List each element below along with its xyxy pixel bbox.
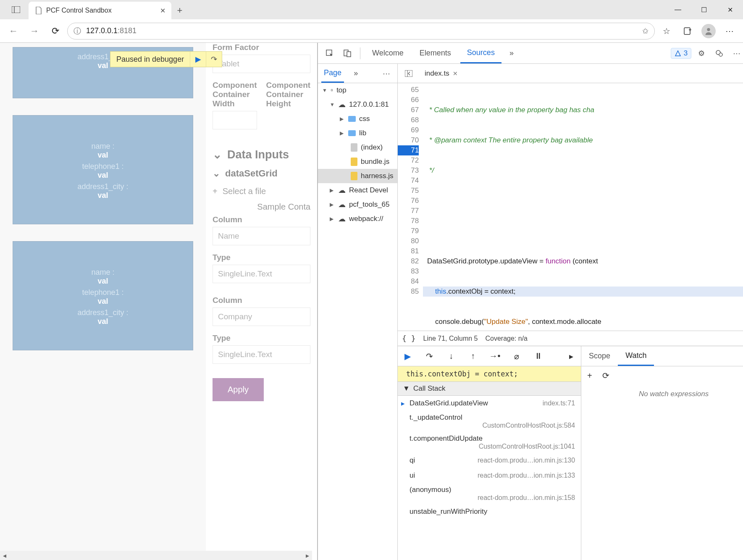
tree-node-lib[interactable]: ▶lib <box>318 126 397 140</box>
type-select[interactable]: SingleLine.Text <box>213 345 310 364</box>
scope-tab[interactable]: Scope <box>581 346 618 366</box>
card-field-label: name : <box>91 268 114 277</box>
back-button[interactable]: ← <box>4 22 23 40</box>
toggle-navigator-icon[interactable] <box>401 66 416 81</box>
browser-tab[interactable]: PCF Control Sandbox ✕ <box>29 2 171 19</box>
favorite-icon[interactable]: ✩ <box>642 26 648 36</box>
window-maximize[interactable]: ☐ <box>691 0 717 19</box>
tree-node-pcf[interactable]: ▶☁pcf_tools_65 <box>318 197 397 212</box>
tree-node-index[interactable]: (index) <box>318 140 397 155</box>
cursor-position: Line 71, Column 5 <box>423 335 478 342</box>
feedback-icon[interactable] <box>711 46 727 61</box>
pretty-print-icon[interactable]: { } <box>402 334 416 343</box>
forward-button[interactable]: → <box>25 22 44 40</box>
profile-button[interactable] <box>699 22 718 40</box>
add-watch-icon[interactable]: + <box>587 371 592 381</box>
url-port: :8181 <box>118 26 137 35</box>
new-tab-button[interactable]: + <box>171 2 188 19</box>
type-label: Type <box>213 253 310 262</box>
settings-icon[interactable]: ⚙ <box>694 46 709 61</box>
step-over-button[interactable]: ↷ <box>424 351 435 361</box>
tab-elements[interactable]: Elements <box>413 43 458 63</box>
tree-node-top[interactable]: ▼▫top <box>318 83 397 97</box>
watch-tab[interactable]: Watch <box>618 346 654 366</box>
step-into-button[interactable]: ↓ <box>446 351 457 361</box>
tab-welcome[interactable]: Welcome <box>365 43 410 63</box>
device-toggle-icon[interactable] <box>340 46 355 61</box>
close-icon[interactable]: ✕ <box>453 70 458 77</box>
tree-node-host[interactable]: ▼☁127.0.0.1:81 <box>318 97 397 112</box>
deactivate-breakpoints-button[interactable]: ⌀ <box>511 351 522 361</box>
pause-exceptions-button[interactable]: ⏸ <box>533 351 544 361</box>
column-label: Column <box>213 215 310 224</box>
horizontal-scrollbar[interactable]: ◂▸ <box>0 551 312 560</box>
address-bar[interactable]: ⓘ 127.0.0.1:8181 ✩ <box>67 23 655 39</box>
tree-node-webpack[interactable]: ▶☁webpack:// <box>318 212 397 226</box>
stack-frame[interactable]: t.componentDidUpdate CustomControlHostRo… <box>398 432 581 453</box>
sample-contact-text: Sample Conta <box>213 202 310 212</box>
form-factor-select[interactable]: Tablet <box>213 55 310 73</box>
window-minimize[interactable]: ― <box>665 0 691 19</box>
code-line <box>423 196 743 206</box>
column-input[interactable]: Name <box>213 227 310 245</box>
stack-frame[interactable]: unstable_runWithPriority <box>398 504 581 519</box>
code-editor[interactable]: 6566676869707172737475767778798081828384… <box>398 83 743 331</box>
stack-frame[interactable]: ui react-dom.produ…ion.min.js:133 <box>398 468 581 483</box>
stack-frame[interactable]: (anonymous) react-dom.produ…ion.min.js:1… <box>398 483 581 504</box>
chevron-down-icon[interactable]: ⌄ <box>213 148 222 161</box>
container-width-input[interactable] <box>213 111 257 129</box>
resume-button[interactable]: ▶ <box>402 351 413 361</box>
issues-button[interactable]: 3 <box>671 48 691 59</box>
editor-statusbar: { } Line 71, Column 5 Coverage: n/a <box>398 331 743 346</box>
inspect-icon[interactable] <box>322 46 337 61</box>
chevron-down-icon[interactable]: ⌄ <box>213 168 220 179</box>
tree-node-css[interactable]: ▶css <box>318 112 397 126</box>
resume-icon[interactable]: ▶ <box>190 52 206 67</box>
site-info-icon[interactable]: ⓘ <box>74 26 81 36</box>
reload-button[interactable]: ⟳ <box>46 22 65 40</box>
tree-node-react[interactable]: ▶☁React Devel <box>318 183 397 197</box>
call-stack-header[interactable]: ▼Call Stack <box>398 382 581 396</box>
step-button[interactable]: →• <box>489 351 500 361</box>
more-tabs-icon[interactable]: » <box>504 46 519 61</box>
menu-icon[interactable]: ⋯ <box>720 22 739 40</box>
apply-button[interactable]: Apply <box>213 378 264 401</box>
select-file-link[interactable]: Select a file <box>223 187 266 196</box>
step-out-button[interactable]: ↑ <box>467 351 478 361</box>
refresh-watch-icon[interactable]: ⟳ <box>602 371 609 381</box>
tab-sources[interactable]: Sources <box>460 43 501 63</box>
tree-node-harness[interactable]: harness.js <box>318 169 397 183</box>
navigator-menu-icon[interactable]: ⋯ <box>379 66 394 81</box>
stack-frame[interactable]: DataSetGrid.updateView index.ts:71 <box>398 396 581 411</box>
card-field-label: telephone1 : <box>82 288 123 297</box>
expand-icon[interactable]: ▸ <box>566 351 577 361</box>
stack-frame[interactable]: qi react-dom.produ…ion.min.js:130 <box>398 453 581 468</box>
stack-frame[interactable]: t._updateControl CustomControlHostRoot.j… <box>398 411 581 432</box>
file-tab-index[interactable]: index.ts ✕ <box>420 64 462 83</box>
card-field-label: address1_city : <box>77 182 128 191</box>
plus-icon[interactable]: + <box>213 187 218 196</box>
window-close[interactable]: ✕ <box>717 0 743 19</box>
sources-navigator: Page » ⋯ ▼▫top ▼☁127.0.0.1:81 ▶css ▶lib … <box>318 64 398 560</box>
navigator-page-tab[interactable]: Page <box>321 64 344 83</box>
type-select[interactable]: SingleLine.Text <box>213 265 310 283</box>
favorites-icon[interactable]: ☆ <box>657 22 676 40</box>
line-gutter[interactable]: 6566676869707172737475767778798081828384… <box>398 83 423 331</box>
tab-actions-icon[interactable] <box>3 0 29 19</box>
more-tabs-icon[interactable]: » <box>348 66 363 81</box>
column-label: Column <box>213 296 310 305</box>
code-line: DataSetGrid.prototype.updateView = funct… <box>423 256 743 266</box>
customize-icon[interactable]: ⋯ <box>729 46 743 61</box>
tab-title: PCF Control Sandbox <box>46 7 112 14</box>
card-field-value: val <box>97 151 108 160</box>
tab-close-icon[interactable]: ✕ <box>160 7 165 15</box>
page-icon <box>35 7 42 14</box>
tree-node-bundle[interactable]: bundle.js <box>318 155 397 169</box>
collections-icon[interactable] <box>678 22 697 40</box>
column-input[interactable]: Company <box>213 308 310 326</box>
step-over-icon[interactable]: ↷ <box>206 52 222 67</box>
paused-badge: Paused in debugger ▶ ↷ <box>110 51 222 67</box>
url-host: 127.0.0.1 <box>86 26 118 35</box>
current-expression: this.contextObj = context; <box>398 366 581 382</box>
svg-rect-11 <box>405 70 412 77</box>
